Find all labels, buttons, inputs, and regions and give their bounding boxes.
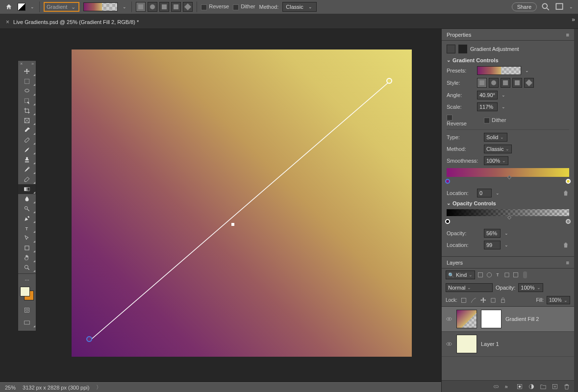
marquee-tool[interactable] [18,76,36,86]
preset-picker[interactable] [477,66,521,75]
panel-menu-icon[interactable]: ≡ [561,258,574,268]
opacity-midpoint[interactable] [507,216,511,220]
layers-tab[interactable]: Layers ≡ [442,257,574,269]
trash-icon[interactable] [563,383,570,390]
chevron-down-icon[interactable]: ⌄ [495,191,501,196]
opacity-stop-end[interactable] [566,219,571,224]
chevron-down-icon[interactable]: ⌄ [503,231,509,236]
prop-style-angle[interactable] [501,78,510,88]
prop-style-diamond[interactable] [524,78,534,88]
workspace-icon[interactable] [554,2,564,12]
style-linear[interactable] [136,2,146,12]
fx-icon[interactable]: fx [504,383,511,390]
color-stop-end[interactable] [566,179,571,184]
smoothness-input[interactable]: 100%⌄ [484,156,508,165]
layer-name[interactable]: Layer 1 [481,341,499,347]
move-tool[interactable] [18,67,36,76]
lock-paint-icon[interactable] [470,297,477,304]
filter-adjust-icon[interactable] [486,271,493,278]
style-reflected[interactable] [171,2,181,12]
gradient-preset-picker[interactable] [83,2,118,11]
foreground-color[interactable] [20,287,30,296]
layer-filter-kind[interactable]: 🔍Kind⌄ [446,270,475,279]
brush-tool[interactable] [18,145,36,155]
chevron-down-icon[interactable]: ⌄ [501,93,506,98]
chevron-down-icon[interactable]: ⌄ [568,4,574,9]
new-layer-icon[interactable] [552,383,558,390]
style-angle[interactable] [159,2,169,12]
foreground-background-colors[interactable] [20,287,34,300]
visibility-icon[interactable] [446,341,452,347]
gradient-controls-header[interactable]: Gradient Controls [447,57,569,63]
layer-fill-input[interactable]: 100%⌄ [547,296,570,304]
link-icon[interactable] [493,383,500,390]
trash-icon[interactable] [562,242,569,248]
prop-style-reflected[interactable] [512,78,522,88]
opacity-editor-bar[interactable] [447,209,569,216]
hand-tool[interactable] [18,253,36,263]
color-stop-start[interactable] [445,179,450,184]
filter-pixel-icon[interactable] [477,271,484,278]
document-canvas[interactable] [72,49,412,357]
mask-icon[interactable] [516,383,523,390]
chevron-down-icon[interactable]: ⌄ [29,4,35,9]
gradient-editor-bar[interactable] [447,168,569,177]
filter-shape-icon[interactable] [503,271,510,278]
frame-tool[interactable] [18,116,36,125]
opacity-value-input[interactable] [484,229,501,238]
search-icon[interactable] [541,2,551,12]
chevron-down-icon[interactable]: ⌄ [524,68,530,73]
prop-style-radial[interactable] [489,78,499,88]
close-icon[interactable]: × [6,19,9,25]
stamp-tool[interactable] [18,155,36,165]
history-brush-tool[interactable] [18,165,36,174]
eyedropper-tool[interactable] [18,125,36,135]
properties-tab[interactable]: Properties ≡ [442,29,574,41]
collapse-icon[interactable]: » [31,61,34,66]
layer-opacity-input[interactable]: 100%⌄ [518,283,543,292]
edit-toolbar[interactable]: ··· [18,275,36,285]
filter-type-icon[interactable]: T [495,271,502,278]
prop-method-dropdown[interactable]: Classic⌄ [484,145,512,153]
reverse-checkbox[interactable]: Reverse [201,3,229,10]
filter-toggle[interactable] [523,271,527,278]
gradient-midpoint-handle[interactable] [231,223,234,226]
screen-mode-icon[interactable] [18,318,36,328]
path-select-tool[interactable] [18,233,36,243]
scale-input[interactable] [477,102,498,111]
layer-row[interactable]: Gradient Fill 2 [442,307,574,332]
chevron-down-icon[interactable]: ⌄ [122,4,127,9]
pen-tool[interactable] [18,214,36,223]
filter-smart-icon[interactable] [512,271,519,278]
object-select-tool[interactable] [18,96,36,106]
opacity-controls-header[interactable]: Opacity Controls [447,200,569,206]
close-icon[interactable]: × [20,61,23,66]
zoom-tool[interactable] [18,263,36,272]
visibility-icon[interactable] [446,316,452,322]
zoom-level[interactable]: 25% [5,385,16,391]
adjustment-icon[interactable] [528,383,535,390]
chevron-down-icon[interactable]: ⌄ [503,243,509,247]
style-radial[interactable] [148,2,157,12]
angle-input[interactable] [477,91,498,99]
gradient-end-handle[interactable] [386,78,392,84]
document-tab[interactable]: × Live Gradients.psd @ 25% (Gradient Fil… [0,17,145,28]
layer-name[interactable]: Gradient Fill 2 [505,316,539,322]
type-dropdown[interactable]: Solid⌄ [484,133,507,142]
chevron-down-icon[interactable]: ⌄ [501,104,506,109]
panel-scrollbar[interactable] [574,29,578,392]
gradient-start-handle[interactable] [86,336,92,342]
layer-thumbnail[interactable] [456,335,477,353]
method-dropdown[interactable]: Classic⌄ [282,2,316,12]
healing-tool[interactable] [18,135,36,145]
opacity-location-input[interactable] [484,241,501,249]
blur-tool[interactable] [18,194,36,204]
lock-artboard-icon[interactable] [490,297,497,304]
lock-all-icon[interactable] [500,297,506,304]
crop-tool[interactable] [18,106,36,116]
lock-position-icon[interactable] [480,297,487,304]
prop-reverse-checkbox[interactable]: Reverse [447,114,474,126]
quick-mask-icon[interactable] [18,305,36,315]
layer-mask-thumbnail[interactable] [481,310,502,328]
blend-mode-dropdown[interactable]: Normal⌄ [446,283,493,292]
